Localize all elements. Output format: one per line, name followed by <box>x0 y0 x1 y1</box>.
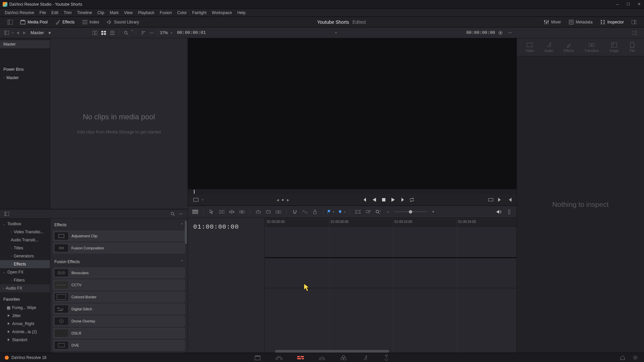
page-edit[interactable] <box>297 354 305 362</box>
fx-titles[interactable]: ›Titles <box>0 244 50 252</box>
menu-playback[interactable]: Playback <box>135 9 157 16</box>
link-icon[interactable] <box>301 208 309 216</box>
dim-icon[interactable] <box>505 208 513 216</box>
thumbnail-view-icon[interactable] <box>100 29 108 37</box>
menu-fusion[interactable]: Fusion <box>157 9 174 16</box>
playhead-marker[interactable] <box>194 190 195 194</box>
fx-audio-transitions[interactable]: Audio Transiti... <box>0 236 50 244</box>
page-color[interactable] <box>339 354 347 362</box>
match-frame-icon[interactable]: ● <box>282 197 284 202</box>
viewer-more-icon[interactable]: ⋯ <box>506 29 514 37</box>
menu-timeline[interactable]: Timeline <box>74 9 95 16</box>
replace-clip-icon[interactable] <box>274 208 282 216</box>
fx-more-icon[interactable]: ⋯ <box>177 210 185 218</box>
mute-icon[interactable] <box>495 208 503 216</box>
media-pool-button[interactable]: Media Pool <box>17 18 51 26</box>
menu-file[interactable]: File <box>37 9 49 16</box>
in-jump-icon[interactable] <box>506 197 513 203</box>
viewer-scrubber[interactable] <box>188 189 517 194</box>
effects-button[interactable]: Effects <box>52 18 78 26</box>
loop-indicator-icon[interactable] <box>496 29 504 37</box>
home-icon[interactable] <box>619 354 627 362</box>
zoom-to-fit-icon[interactable] <box>354 208 362 216</box>
nav-back[interactable]: ◀ <box>15 30 20 35</box>
viewer-canvas[interactable] <box>188 38 517 189</box>
fx-panel-toggle[interactable] <box>3 210 11 218</box>
menu-color[interactable]: Color <box>174 9 190 16</box>
inspector-tab-image[interactable]: Image <box>609 42 619 53</box>
loop-button[interactable] <box>409 197 415 203</box>
first-frame-button[interactable] <box>362 197 368 203</box>
close-button[interactable]: ✕ <box>637 2 641 7</box>
viewer-zoom[interactable]: 37% <box>160 31 168 35</box>
timeline-view-options[interactable] <box>191 208 199 216</box>
timeline-ruler[interactable]: 01:00:00:00 01:00:08:00 01:00:16:00 01:0… <box>265 218 517 227</box>
last-frame-button[interactable] <box>399 197 406 203</box>
fx-colored-border[interactable]: Colored Border <box>53 292 185 302</box>
power-bin-master[interactable]: ›Master <box>0 74 50 82</box>
fav-5[interactable]: ✶Standort <box>0 336 50 344</box>
audio-track[interactable] <box>265 257 517 288</box>
safe-area-icon[interactable] <box>192 196 200 204</box>
custom-zoom-icon[interactable] <box>374 208 382 216</box>
page-fairlight[interactable] <box>361 354 369 362</box>
out-jump-icon[interactable] <box>497 197 503 203</box>
fx-digital-glitch[interactable]: Digital Glitch <box>53 304 185 314</box>
fx-openfx[interactable]: ⌄Open FX <box>0 268 50 276</box>
sidebar-toggle[interactable] <box>3 29 11 37</box>
page-media[interactable] <box>254 354 262 362</box>
fx-toolbox[interactable]: ⌄Toolbox <box>0 220 50 228</box>
detail-zoom-icon[interactable] <box>364 208 372 216</box>
fx-filters[interactable]: ›Filters <box>0 276 50 284</box>
fx-video-transitions[interactable]: ›Video Transitio... <box>0 228 50 236</box>
blade-tool[interactable] <box>238 208 246 216</box>
timeline-dropdown[interactable]: ▾ <box>335 31 337 35</box>
page-deliver[interactable] <box>382 354 390 362</box>
mixer-button[interactable]: Mixer <box>540 18 564 26</box>
zoom-slider[interactable] <box>394 211 427 212</box>
overwrite-clip-icon[interactable] <box>264 208 272 216</box>
media-pool-area[interactable]: No clips in media pool Add clips from Me… <box>50 38 187 209</box>
menu-fairlight[interactable]: Fairlight <box>190 9 209 16</box>
fx-drone-overlay[interactable]: Drone Overlay <box>53 316 185 326</box>
minimize-button[interactable]: ─ <box>615 2 620 7</box>
expand-button[interactable] <box>628 18 640 26</box>
menu-trim[interactable]: Trim <box>61 9 74 16</box>
fx-cat-fusion[interactable]: Fusion Effects⌃ <box>53 257 185 266</box>
selection-tool[interactable] <box>208 208 216 216</box>
menu-edit[interactable]: Edit <box>49 9 61 16</box>
color-marker[interactable] <box>338 210 342 214</box>
fav-4[interactable]: ✶Animie...la (2) <box>0 328 50 336</box>
timeline-timecode[interactable]: 01:00:00:00 <box>193 223 239 231</box>
fav-3[interactable]: ✶Arrow_Right <box>0 320 50 328</box>
menu-davinci[interactable]: DaVinci Resolve <box>2 9 37 16</box>
bin-master[interactable]: Master <box>0 40 50 48</box>
right-panel-more-icon[interactable] <box>631 29 639 37</box>
fx-dve[interactable]: DVE <box>53 340 185 351</box>
dynamic-trim-tool[interactable] <box>228 208 236 216</box>
fav-1[interactable]: ▦Foreg... Wipe <box>0 304 50 312</box>
fx-audiofx[interactable]: ›Audio FX <box>0 284 50 292</box>
settings-icon[interactable] <box>631 354 639 362</box>
fx-night-vision[interactable]: Night Vision <box>53 352 185 353</box>
menu-clip[interactable]: Clip <box>95 9 107 16</box>
layout-button[interactable] <box>4 18 16 26</box>
inspector-tab-video[interactable]: Video <box>526 42 534 53</box>
timeline-tracks[interactable]: 01:00:00:00 01:00:08:00 01:00:16:00 01:0… <box>265 218 517 353</box>
metadata-view-icon[interactable] <box>91 29 99 37</box>
fx-adjustment-clip[interactable]: Adjustment Clip <box>53 231 185 241</box>
maximize-button[interactable]: ☐ <box>626 2 631 7</box>
prev-edit-icon[interactable]: ◀ <box>276 198 279 202</box>
page-cut[interactable] <box>275 354 283 362</box>
inspector-tab-effects[interactable]: Effects <box>564 42 574 53</box>
more-icon[interactable]: ⋯ <box>148 29 156 37</box>
record-timecode[interactable]: 00:00:00:00 <box>466 30 495 35</box>
fx-cat-effects[interactable]: Effects⌃ <box>53 221 185 229</box>
menu-view[interactable]: View <box>121 9 136 16</box>
fx-cctv[interactable]: CCTV <box>53 280 185 290</box>
flag-marker[interactable] <box>327 210 331 214</box>
nav-forward[interactable]: ▶ <box>22 30 27 35</box>
inspector-tab-audio[interactable]: Audio <box>544 42 553 53</box>
snap-icon[interactable] <box>291 208 299 216</box>
fx-scrollbar[interactable] <box>185 221 187 244</box>
